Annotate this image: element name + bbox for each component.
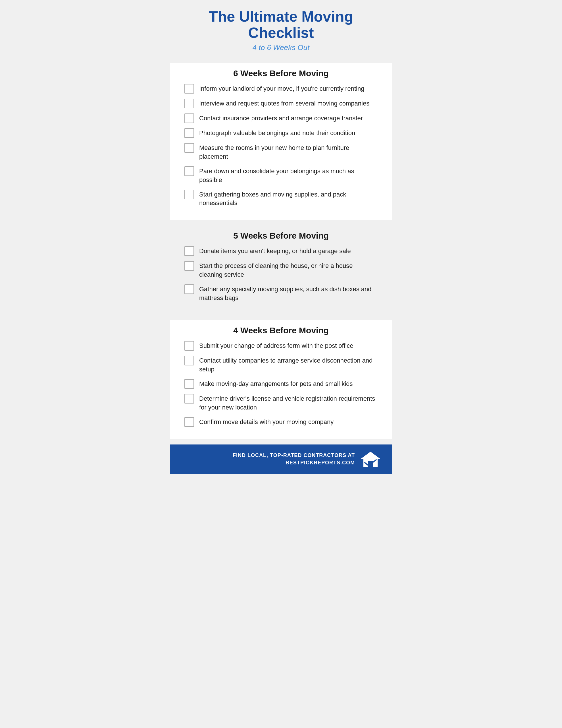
checklist-four-weeks: Submit your change of address form with … [185,340,377,427]
list-item: Interview and request quotes from severa… [185,98,377,108]
list-item: Measure the rooms in your new home to pl… [185,142,377,161]
page: The Ultimate Moving Checklist 4 to 6 Wee… [170,0,392,474]
section-six-weeks: 6 Weeks Before MovingInform your landlor… [170,63,392,220]
checkbox[interactable] [185,99,194,108]
checklist-item-text: Contact utility companies to arrange ser… [199,355,377,374]
footer-logo [360,451,380,468]
checkbox[interactable] [185,261,194,271]
checklist-item-text: Inform your landlord of your move, if yo… [199,83,364,93]
page-subtitle: 4 to 6 Weeks Out [176,43,386,52]
checklist-item-text: Donate items you aren't keeping, or hold… [199,246,351,256]
checkbox[interactable] [185,341,194,351]
list-item: Donate items you aren't keeping, or hold… [185,246,377,256]
section-title-four-weeks: 4 Weeks Before Moving [185,326,377,335]
section-title-six-weeks: 6 Weeks Before Moving [185,69,377,78]
checkbox[interactable] [185,379,194,389]
checkbox[interactable] [185,394,194,404]
section-title-five-weeks: 5 Weeks Before Moving [185,231,377,241]
list-item: Contact utility companies to arrange ser… [185,355,377,374]
list-item: Pare down and consolidate your belonging… [185,166,377,185]
list-item: Make moving-day arrangements for pets an… [185,379,377,389]
footer-line1: FIND LOCAL, TOP-RATED CONTRACTORS AT [233,452,355,459]
checklist-item-text: Determine driver's license and vehicle r… [199,393,377,412]
checklist-item-text: Photograph valuable belongings and note … [199,128,355,138]
checkbox[interactable] [185,113,194,123]
list-item: Start the process of cleaning the house,… [185,260,377,279]
checkbox[interactable] [185,84,194,94]
checkbox[interactable] [185,417,194,427]
checkbox[interactable] [185,143,194,153]
footer-line2: BESTPICKREPORTS.COM [233,459,355,466]
checklist-item-text: Interview and request quotes from severa… [199,98,369,108]
list-item: Confirm move details with your moving co… [185,417,377,427]
checklist-item-text: Gather any specialty moving supplies, su… [199,284,377,303]
checkbox[interactable] [185,190,194,199]
checklist-five-weeks: Donate items you aren't keeping, or hold… [185,246,377,302]
header: The Ultimate Moving Checklist 4 to 6 Wee… [170,0,392,58]
checklist-item-text: Confirm move details with your moving co… [199,417,333,427]
footer-text: FIND LOCAL, TOP-RATED CONTRACTORS AT BES… [233,452,355,466]
checklist-six-weeks: Inform your landlord of your move, if yo… [185,83,377,208]
page-title: The Ultimate Moving Checklist [176,9,386,41]
list-item: Start gathering boxes and moving supplie… [185,189,377,208]
checkbox[interactable] [185,356,194,365]
list-item: Determine driver's license and vehicle r… [185,393,377,412]
section-five-weeks: 5 Weeks Before MovingDonate items you ar… [170,225,392,315]
checkbox[interactable] [185,128,194,138]
svg-marker-0 [361,452,380,459]
checkbox[interactable] [185,284,194,294]
section-four-weeks: 4 Weeks Before MovingSubmit your change … [170,320,392,439]
checklist-item-text: Start the process of cleaning the house,… [199,260,377,279]
footer: FIND LOCAL, TOP-RATED CONTRACTORS AT BES… [170,444,392,474]
checklist-item-text: Measure the rooms in your new home to pl… [199,142,377,161]
list-item: Photograph valuable belongings and note … [185,128,377,138]
checklist-item-text: Start gathering boxes and moving supplie… [199,189,377,208]
list-item: Submit your change of address form with … [185,340,377,351]
checkbox[interactable] [185,166,194,176]
checklist-item-text: Make moving-day arrangements for pets an… [199,379,352,388]
checklist-item-text: Submit your change of address form with … [199,340,353,350]
checkbox[interactable] [185,246,194,256]
checklist-item-text: Pare down and consolidate your belonging… [199,166,377,185]
list-item: Gather any specialty moving supplies, su… [185,284,377,303]
list-item: Inform your landlord of your move, if yo… [185,83,377,94]
list-item: Contact insurance providers and arrange … [185,113,377,123]
checklist-item-text: Contact insurance providers and arrange … [199,113,363,123]
